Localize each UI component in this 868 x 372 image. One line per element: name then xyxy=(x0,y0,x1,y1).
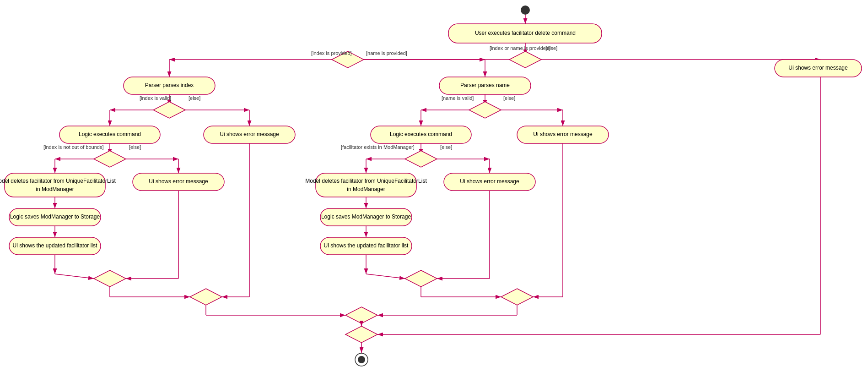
arrow-ui-to-merge5 xyxy=(55,274,94,279)
diamond-index-or-name xyxy=(509,51,541,68)
label-parser-index: Parser parses index xyxy=(145,82,194,88)
label-index-valid: [index is valid] xyxy=(140,95,171,101)
label-facilitator-exists: [facilitator exists in ModManager] xyxy=(341,144,415,150)
label-model-del-name-2: in ModManager xyxy=(347,186,385,192)
label-ui-error-else: Ui shows error message xyxy=(788,65,848,71)
label-logic-exec-name: Logic executes command xyxy=(390,131,452,137)
diamond-name-valid xyxy=(469,102,501,118)
label-ui-error-name-invalid: Ui shows error message xyxy=(533,131,593,137)
label-model-del-idx-1: Model deletes facilitator from UniqueFac… xyxy=(0,178,116,184)
label-ui-error-bounds: Ui shows error message xyxy=(149,178,208,185)
diamond-facilitator-exists xyxy=(405,151,437,167)
arrow-ui-name-merge xyxy=(366,274,405,279)
label-ui-updated-idx: Ui shows the updated facilitator list xyxy=(13,242,97,249)
label-name-valid: [name is valid] xyxy=(442,95,474,101)
label-ui-updated-name: Ui shows the updated facilitator list xyxy=(324,242,409,249)
diamond-merge-idx2 xyxy=(190,289,222,305)
diamond-index-bounds xyxy=(94,151,126,167)
diamond-merge-idx xyxy=(94,270,126,287)
label-index-or-name: [index or name is provided] xyxy=(490,45,550,51)
diamond-index-valid xyxy=(153,102,185,118)
start-node xyxy=(521,5,530,15)
label-name-else: [else] xyxy=(503,95,515,101)
label-index-bounds-else: [else] xyxy=(129,144,141,150)
node-model-del-idx xyxy=(5,173,105,197)
label-logic-exec-idx: Logic executes command xyxy=(79,131,141,137)
label-logic-saves-name: Logic saves ModManager to Storage xyxy=(321,213,411,220)
label-ui-error-idx-invalid: Ui shows error message xyxy=(220,131,279,137)
end-node-inner xyxy=(358,356,365,363)
diagram-container: User executes facilitator delete command… xyxy=(0,0,868,372)
diamond-merge-name xyxy=(405,270,437,287)
label-index-bounds: [index is not out of bounds] xyxy=(43,144,103,150)
label-index-else: [else] xyxy=(189,95,200,101)
label-user-executes: User executes facilitator delete command xyxy=(475,30,576,36)
label-name-provided: [name is provided] xyxy=(366,50,407,56)
label-logic-saves-idx: Logic saves ModManager to Storage xyxy=(10,213,100,220)
diamond-merge-name2 xyxy=(501,289,533,305)
label-model-del-idx-2: in ModManager xyxy=(36,186,74,192)
label-parser-name: Parser parses name xyxy=(460,82,510,88)
label-index-provided: [index is provided] xyxy=(311,50,352,56)
label-model-del-name-1: Model deletes facilitator from UniqueFac… xyxy=(305,178,427,184)
label-else-top: [else] xyxy=(545,45,557,51)
diamond-merge-big xyxy=(345,307,377,323)
label-facilitator-else: [else] xyxy=(440,144,452,150)
node-model-del-name xyxy=(316,173,416,197)
label-ui-error-notexist: Ui shows error message xyxy=(460,178,519,185)
diamond-final-merge xyxy=(345,326,377,343)
